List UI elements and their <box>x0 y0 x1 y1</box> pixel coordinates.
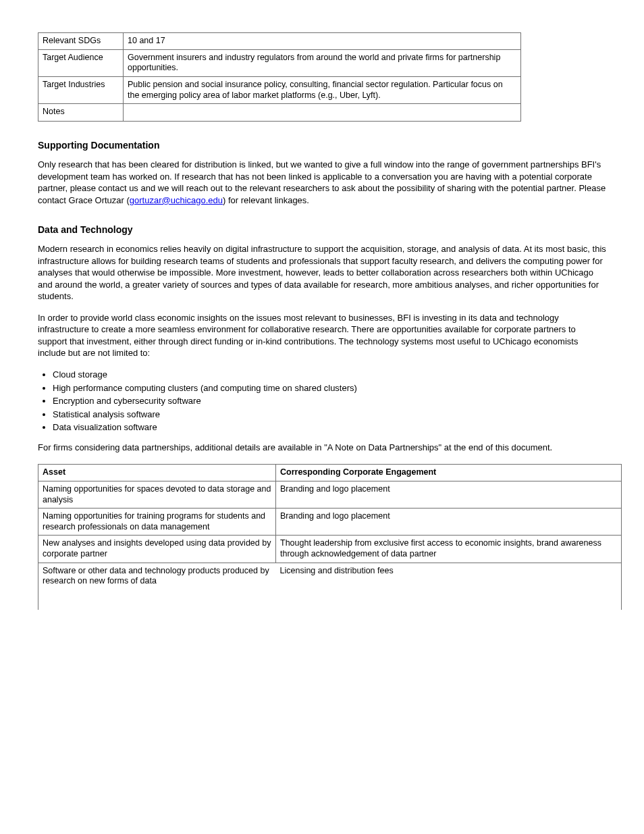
para-data-tech-1: Modern research in economics relies heav… <box>38 243 606 303</box>
list-item: Cloud storage <box>53 369 606 381</box>
table-row: Target Industries Public pension and soc… <box>38 76 521 103</box>
table-row: Notes <box>38 104 521 122</box>
email-link[interactable]: gortuzar@uchicago.edu <box>130 195 223 205</box>
cell-asset: Naming opportunities for training progra… <box>38 509 276 536</box>
table-row: Naming opportunities for spaces devoted … <box>38 481 622 508</box>
col-header-engagement: Corresponding Corporate Engagement <box>276 465 622 481</box>
section-data-tech: Data and Technology Modern research in e… <box>38 224 606 453</box>
table-assets-engagement: Asset Corresponding Corporate Engagement… <box>38 464 622 610</box>
cell-engagement: Branding and logo placement <box>276 481 622 508</box>
cell-value: 10 and 17 <box>124 33 521 50</box>
cell-label: Target Audience <box>38 49 124 76</box>
list-tech-systems: Cloud storage High performance computing… <box>53 369 606 434</box>
cell-label: Relevant SDGs <box>38 33 124 50</box>
para-supporting-docs: Only research that has been cleared for … <box>38 159 606 206</box>
table-row: Target Audience Government insurers and … <box>38 49 521 76</box>
section-supporting-docs: Supporting Documentation Only research t… <box>38 139 606 206</box>
para-data-tech-3: For firms considering data partnerships,… <box>38 442 606 454</box>
table-row: Naming opportunities for training progra… <box>38 509 622 536</box>
cell-asset: Naming opportunities for spaces devoted … <box>38 481 276 508</box>
table-row: Relevant SDGs 10 and 17 <box>38 33 521 50</box>
cell-value: Government insurers and industry regulat… <box>124 49 521 76</box>
heading-supporting-docs: Supporting Documentation <box>38 139 606 152</box>
list-item: Encryption and cybersecurity software <box>53 395 606 407</box>
cell-engagement: Branding and logo placement <box>276 509 622 536</box>
cell-asset: Software or other data and technology pr… <box>38 563 276 610</box>
list-item: High performance computing clusters (and… <box>53 382 606 394</box>
cell-label: Notes <box>38 104 124 122</box>
table-row: New analyses and insights developed usin… <box>38 536 622 563</box>
cell-engagement: Licensing and distribution fees <box>276 563 622 610</box>
cell-asset: New analyses and insights developed usin… <box>38 536 276 563</box>
heading-data-tech: Data and Technology <box>38 224 606 236</box>
cell-value <box>124 104 521 122</box>
cell-label: Target Industries <box>38 76 124 103</box>
text: Only research that has been cleared for … <box>38 159 606 205</box>
page: { "table1": { "rows": [ { "col1": "Relev… <box>0 0 644 834</box>
col-header-asset: Asset <box>38 465 276 481</box>
para-data-tech-2: In order to provide world class economic… <box>38 312 606 359</box>
cell-engagement: Thought leadership from exclusive first … <box>276 536 622 563</box>
list-item: Data visualization software <box>53 421 606 434</box>
list-item: Statistical analysis software <box>53 409 606 421</box>
table-sdg-info: Relevant SDGs 10 and 17 Target Audience … <box>38 32 521 122</box>
table-header-row: Asset Corresponding Corporate Engagement <box>38 465 622 481</box>
table-row: Software or other data and technology pr… <box>38 563 622 610</box>
cell-value: Public pension and social insurance poli… <box>124 76 521 103</box>
text: ) for relevant linkages. <box>223 195 309 205</box>
